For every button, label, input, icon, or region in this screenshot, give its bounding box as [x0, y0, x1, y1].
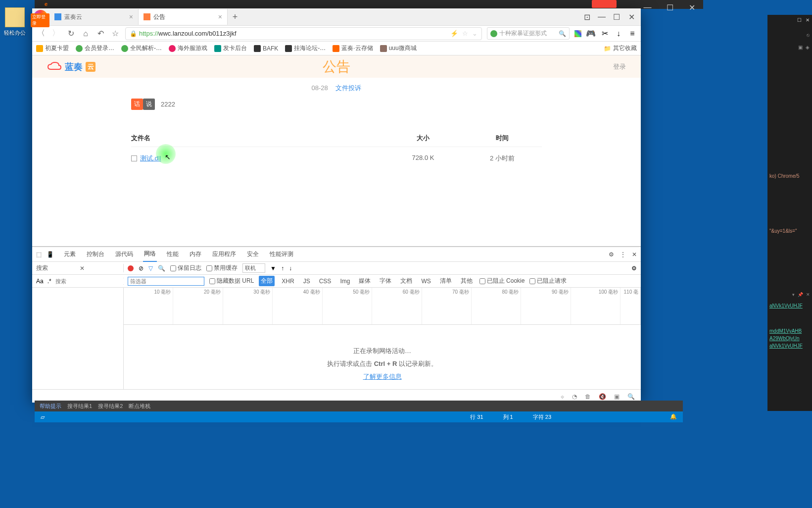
bookmark-item[interactable]: 挂海论坛-…	[285, 44, 326, 52]
ide-app-icon[interactable]: ▱	[41, 414, 45, 420]
lightning-icon[interactable]: ⚡	[450, 30, 458, 37]
scissors-icon[interactable]: ✂	[600, 29, 609, 38]
tab-lanzou[interactable]: 蓝奏云 ×	[49, 9, 139, 25]
chevron-down-icon[interactable]: ⌄	[472, 30, 478, 37]
code-link[interactable]: aNVk1VyUHJF	[769, 303, 810, 308]
bookmark-folder-other[interactable]: 📁 其它收藏	[604, 44, 637, 52]
bg-win-minimize-icon[interactable]: —	[636, 0, 659, 15]
code-link[interactable]: mddM1VyAHB	[769, 328, 810, 334]
login-link[interactable]: 登录	[613, 62, 626, 71]
network-timeline[interactable]: 10 毫秒 20 毫秒 30 毫秒 40 毫秒 50 毫秒 60 毫秒 70 毫…	[124, 288, 641, 325]
devtools-tab-performance[interactable]: 性能	[166, 247, 180, 261]
bookmark-item[interactable]: 会员登录…	[76, 44, 114, 52]
filter-type-media[interactable]: 媒体	[357, 276, 373, 286]
more-icon[interactable]: ⋮	[620, 251, 626, 258]
bg-layout-icon[interactable]: ▣	[798, 45, 803, 50]
filter-type-css[interactable]: CSS	[317, 277, 334, 286]
bg-minimize-icon[interactable]: ☐	[797, 17, 802, 23]
pip-icon[interactable]: ⊡	[580, 10, 594, 24]
drawer-console-icon[interactable]: ⟐	[561, 393, 564, 400]
bookmark-item[interactable]: 蓝奏·云存储	[333, 44, 373, 52]
url-input[interactable]: 🔒 https://wwc.lanzoul.com/b011z3jkf ⚡ ☆ …	[125, 27, 482, 40]
devtools-tab-memory[interactable]: 内存	[189, 247, 202, 261]
ide-tab-search2[interactable]: 搜寻结果2	[98, 403, 123, 410]
notification-bell-icon[interactable]: 🔔	[670, 413, 677, 421]
settings-icon[interactable]: ⚙	[609, 251, 614, 258]
star-outline-icon[interactable]: ☆	[462, 30, 468, 37]
filter-toggle-icon[interactable]: ▽	[148, 265, 153, 272]
reload-button[interactable]: ↻	[66, 29, 76, 39]
bookmark-item[interactable]: 初夏卡盟	[36, 44, 69, 52]
upload-icon[interactable]: ↑	[281, 265, 284, 272]
device-toggle-icon[interactable]: 📱	[47, 251, 54, 258]
devtools-tab-security[interactable]: 安全	[246, 247, 260, 261]
bookmark-item[interactable]: 海外服游戏	[169, 44, 207, 52]
tab-gonggao[interactable]: 公告 ×	[139, 9, 228, 25]
drawer-delete-icon[interactable]: 🗑	[585, 393, 591, 400]
devtools-tab-sources[interactable]: 源代码	[114, 247, 134, 261]
login-badge[interactable]: 立即登录	[31, 13, 49, 27]
regex-icon[interactable]: .*	[48, 278, 51, 285]
drawer-search-icon[interactable]: 🔍	[627, 393, 635, 400]
devtools-close-icon[interactable]: ✕	[632, 251, 637, 258]
ide-tab-help[interactable]: 帮助提示	[40, 403, 61, 410]
case-sensitive-icon[interactable]: Aa	[36, 278, 44, 285]
bookmark-item[interactable]: 发卡后台	[214, 44, 247, 52]
filter-type-ws[interactable]: WS	[419, 277, 432, 286]
ide-tab-breakpoints[interactable]: 断点堆栈	[129, 403, 150, 410]
search-icon[interactable]: 🔍	[158, 265, 165, 272]
throttle-select[interactable]: 联机	[242, 263, 265, 273]
devtools-tab-lighthouse[interactable]: 性能评测	[269, 247, 294, 261]
devtools-tab-elements[interactable]: 元素	[63, 247, 77, 261]
star-button[interactable]: ☆	[110, 29, 120, 39]
minimize-icon[interactable]: —	[595, 10, 609, 24]
maximize-icon[interactable]: ☐	[610, 10, 623, 24]
filter-type-xhr[interactable]: XHR	[280, 277, 296, 286]
bg-win-close-icon[interactable]: ✕	[681, 0, 703, 15]
search-box[interactable]: 十种家暴证据形式 🔍	[487, 27, 570, 40]
menu-icon[interactable]: ≡	[628, 29, 637, 38]
filter-type-other[interactable]: 其他	[459, 276, 475, 286]
bg-cube-icon[interactable]: ◈	[806, 45, 810, 50]
search-close-icon[interactable]: ✕	[80, 265, 119, 272]
devtools-tab-console[interactable]: 控制台	[86, 247, 105, 261]
network-settings-icon[interactable]: ⚙	[631, 265, 637, 272]
filter-type-doc[interactable]: 文档	[398, 276, 414, 286]
devtools-tab-network[interactable]: 网络	[143, 247, 157, 262]
home-button[interactable]: ⌂	[81, 29, 91, 39]
site-logo[interactable]: 蓝奏 云	[47, 61, 96, 73]
search-icon[interactable]: 🔍	[559, 30, 566, 37]
gamepad-icon[interactable]: 🎮	[586, 29, 595, 38]
bg-close-icon[interactable]: ✕	[806, 17, 810, 23]
disable-cache-checkbox[interactable]: 禁用缓存	[206, 264, 238, 272]
tab-close-icon[interactable]: ×	[129, 13, 133, 21]
filter-type-js[interactable]: JS	[301, 277, 312, 286]
throttle-dropdown-icon[interactable]: ▼	[270, 265, 276, 272]
search-input[interactable]	[55, 278, 124, 284]
filter-type-manifest[interactable]: 清单	[438, 276, 454, 286]
desktop-folder[interactable]: 轻松办公	[2, 7, 27, 37]
blocked-cookie-checkbox[interactable]: 已阻止 Cookie	[479, 277, 525, 285]
bg-share-icon[interactable]: ⎋	[807, 32, 810, 38]
preserve-log-checkbox[interactable]: 保留日志	[170, 264, 201, 272]
panel-chevron-icon[interactable]: ▾	[792, 292, 795, 297]
drawer-screenshot-icon[interactable]: ▣	[614, 393, 620, 400]
filter-input[interactable]	[128, 277, 204, 286]
bg-win-maximize-icon[interactable]: ☐	[659, 0, 681, 15]
filter-type-img[interactable]: Img	[338, 277, 352, 286]
ide-tab-search1[interactable]: 搜寻结果1	[67, 403, 92, 410]
download-icon[interactable]: ↓	[289, 265, 292, 272]
drawer-sound-icon[interactable]: 🔇	[599, 393, 606, 400]
grid-icon[interactable]	[574, 30, 581, 37]
blocked-request-checkbox[interactable]: 已阻止请求	[529, 277, 567, 285]
clear-icon[interactable]: ⊘	[139, 265, 143, 272]
bookmark-item[interactable]: BAFK	[254, 45, 278, 52]
filter-type-font[interactable]: 字体	[378, 276, 393, 286]
back-button[interactable]: 〈	[36, 29, 46, 39]
filter-type-all[interactable]: 全部	[259, 276, 275, 286]
devtools-tab-application[interactable]: 应用程序	[211, 247, 237, 261]
record-button[interactable]	[128, 265, 134, 271]
undo-button[interactable]: ↶	[96, 29, 105, 39]
tab-close-icon[interactable]: ×	[218, 13, 222, 21]
download-icon[interactable]: ↓	[614, 29, 623, 38]
